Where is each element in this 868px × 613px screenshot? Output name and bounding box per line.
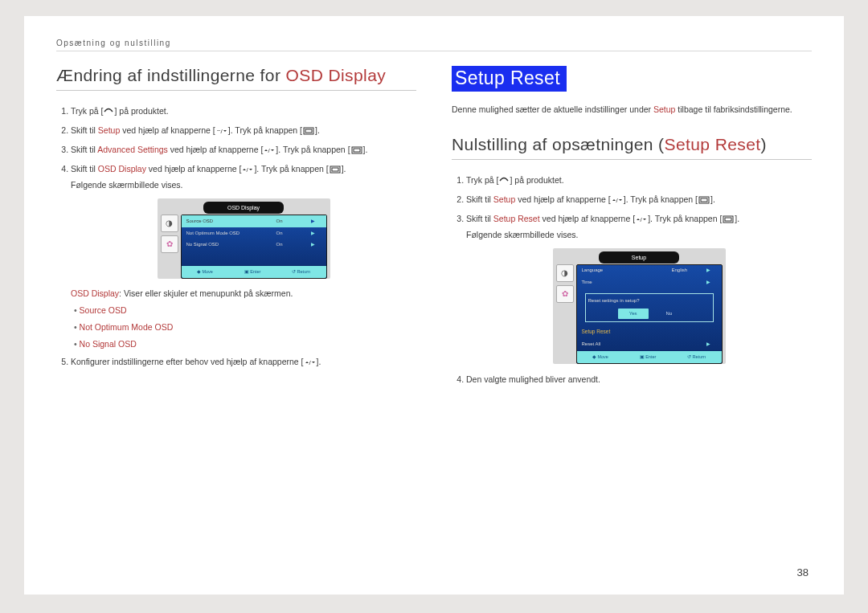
two-column-layout: Ændring af indstillingerne for OSD Displ… bbox=[56, 66, 812, 391]
manual-page: Opsætning og nulstilling Ændring af inds… bbox=[24, 16, 844, 595]
svg-rect-8 bbox=[332, 168, 338, 171]
rstep-2: Skift til Setup ved hjælp af knapperne [… bbox=[466, 192, 812, 208]
osd-dialog: Reset settings in setup? Yes No bbox=[585, 293, 714, 323]
right-column: Setup Reset Denne mulighed sætter de akt… bbox=[452, 66, 812, 391]
updown-icon: / bbox=[242, 166, 253, 174]
steps-list-right: Tryk på [] på produktet. Skift til Setup… bbox=[452, 173, 812, 388]
left-column: Ændring af indstillingerne for OSD Displ… bbox=[56, 66, 416, 391]
osd-title: Setup bbox=[599, 251, 679, 264]
rstep-4: Den valgte mulighed bliver anvendt. bbox=[466, 372, 812, 388]
rstep-1: Tryk på [] på produktet. bbox=[466, 173, 812, 189]
side-btn-1: ◑ bbox=[161, 215, 178, 232]
intro-text: Denne mulighed sætter de aktuelle indsti… bbox=[452, 103, 812, 117]
bullet-optimum-osd: Not Optimum Mode OSD bbox=[74, 321, 416, 334]
bullet-nosignal-osd: No Signal OSD bbox=[74, 337, 416, 351]
osd-title: OSD Display bbox=[203, 202, 284, 214]
svg-text:/: / bbox=[268, 147, 271, 154]
updown-icon: / bbox=[636, 215, 647, 223]
updown-icon: / bbox=[216, 127, 227, 135]
osd-display-description: OSD Display: Viser eller skjuler et menu… bbox=[71, 287, 416, 301]
osd-footer: ◆ Move ▣ Enter ↺ Return bbox=[182, 265, 326, 277]
menu-icon bbox=[104, 108, 113, 116]
svg-rect-12 bbox=[701, 198, 707, 202]
svg-text:/: / bbox=[220, 128, 223, 135]
heading-setup-reset: Nulstilling af opsætningen (Setup Reset) bbox=[452, 135, 812, 160]
heading-text: Nulstilling af opsætningen ( bbox=[452, 135, 665, 153]
step-3: Skift til Advanced Settings ved hjælp af… bbox=[71, 142, 416, 158]
enter-icon bbox=[723, 215, 734, 223]
step-1: Tryk på [] på produktet. bbox=[71, 104, 416, 120]
svg-text:/: / bbox=[616, 197, 618, 204]
osd-row-time: Time▶ bbox=[577, 276, 722, 288]
osd-row-setupreset: Setup Reset bbox=[577, 325, 722, 338]
step-4: Skift til OSD Display ved hjælp af knapp… bbox=[71, 161, 416, 351]
osd-footer: ◆ Move ▣ Enter ↺ Return bbox=[577, 350, 722, 362]
section-highlight: Setup Reset bbox=[452, 66, 567, 92]
osd-row-source: Source OSDOn▶ bbox=[182, 215, 326, 227]
side-btn-gear: ✿ bbox=[556, 285, 574, 303]
divider bbox=[56, 51, 812, 51]
side-btn-gear: ✿ bbox=[161, 235, 178, 253]
svg-rect-5 bbox=[354, 149, 360, 152]
svg-rect-15 bbox=[725, 218, 731, 221]
svg-rect-2 bbox=[305, 129, 312, 133]
enter-icon bbox=[303, 127, 314, 135]
step-2: Skift til Setup ved hjælp af knapperne [… bbox=[71, 123, 416, 139]
osd-row-optimum: Not Optimum Mode OSDOn▶ bbox=[182, 227, 326, 239]
enter-icon bbox=[351, 146, 362, 154]
updown-icon: / bbox=[305, 358, 316, 366]
heading-keyword: Setup Reset bbox=[665, 135, 761, 153]
dialog-question: Reset settings in setup? bbox=[588, 296, 710, 305]
steps-list: Tryk på [] på produktet. Skift til Setup… bbox=[56, 104, 416, 370]
osd-screenshot-display: OSD Display ◑ ✿ Source OSDOn▶ Not Optimu… bbox=[158, 198, 330, 279]
page-number: 38 bbox=[797, 566, 809, 578]
yes-button[interactable]: Yes bbox=[618, 309, 649, 319]
rstep-3: Skift til Setup Reset ved hjælp af knapp… bbox=[466, 211, 812, 364]
step-5: Konfigurer indstillingerne efter behov v… bbox=[71, 354, 416, 370]
updown-icon: / bbox=[612, 196, 623, 204]
bullet-source-osd: Source OSD bbox=[74, 304, 416, 317]
updown-icon: / bbox=[264, 146, 275, 154]
no-button[interactable]: No bbox=[658, 309, 681, 319]
enter-icon bbox=[330, 166, 341, 174]
osd-bullet-list: Source OSD Not Optimum Mode OSD No Signa… bbox=[71, 304, 416, 350]
svg-text:/: / bbox=[247, 166, 249, 174]
osd-row-resetall: Reset All▶ bbox=[577, 339, 722, 350]
side-btn-1: ◑ bbox=[556, 264, 574, 282]
osd-row-language: LanguageEnglish▶ bbox=[577, 265, 722, 276]
breadcrumb: Opsætning og nulstilling bbox=[56, 39, 812, 47]
heading-text: Ændring af indstillingerne for bbox=[56, 66, 286, 84]
svg-text:/: / bbox=[309, 359, 311, 366]
osd-screenshot-setup: Setup ◑ ✿ LanguageEnglish▶ Time▶ bbox=[553, 248, 726, 364]
heading-keyword: OSD Display bbox=[286, 66, 387, 84]
heading-osd-display: Ændring af indstillingerne for OSD Displ… bbox=[56, 66, 416, 91]
svg-text:/: / bbox=[641, 216, 643, 223]
menu-icon bbox=[499, 177, 509, 185]
osd-row-nosignal: No Signal OSDOn▶ bbox=[182, 239, 326, 251]
enter-icon bbox=[698, 196, 710, 204]
